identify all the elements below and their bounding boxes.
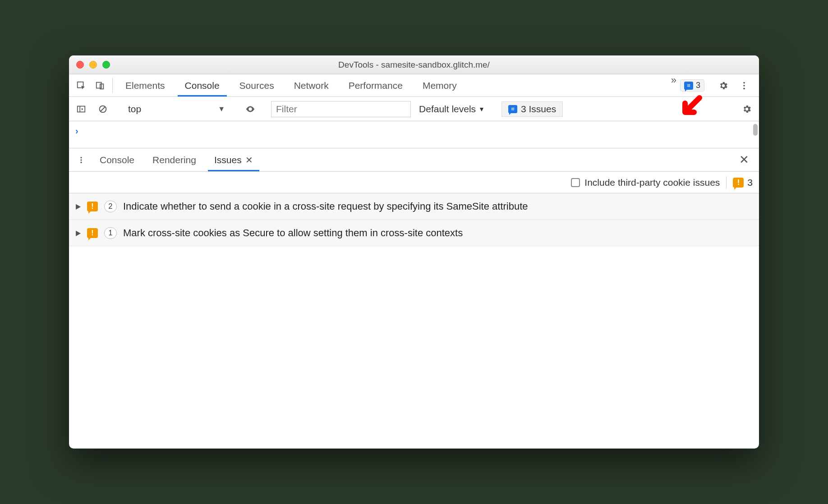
more-tabs-icon[interactable]: »	[667, 74, 680, 96]
chevron-down-icon: ▼	[478, 105, 485, 113]
console-toolbar: top ▼ Default levels ▼ ≡ 3 Issues	[69, 97, 759, 121]
svg-point-12	[80, 161, 82, 163]
warning-icon: !	[87, 202, 98, 211]
third-party-checkbox[interactable]: Include third-party cookie issues	[571, 177, 720, 188]
svg-rect-6	[78, 106, 85, 112]
levels-label: Default levels	[419, 104, 476, 115]
issue-count: 2	[104, 201, 117, 212]
issue-row[interactable]: ▶ ! 2 Indicate whether to send a cookie …	[69, 193, 759, 220]
warning-icon: !	[733, 178, 744, 188]
window-title: DevTools - samesite-sandbox.glitch.me/	[69, 60, 759, 70]
message-icon: ≡	[508, 105, 517, 113]
main-tabs: Elements Console Sources Network Perform…	[115, 74, 667, 96]
filter-input[interactable]	[271, 101, 411, 117]
titlebar: DevTools - samesite-sandbox.glitch.me/	[69, 55, 759, 74]
drawer-tabs: Console Rendering Issues ✕ ✕	[69, 148, 759, 172]
third-party-label: Include third-party cookie issues	[584, 177, 720, 188]
drawer-tab-issues[interactable]: Issues ✕	[205, 148, 262, 171]
separator	[112, 78, 113, 93]
drawer-tab-console[interactable]: Console	[91, 148, 143, 171]
issues-button[interactable]: ≡ 3 Issues	[501, 101, 563, 117]
svg-point-11	[80, 159, 82, 160]
expand-icon[interactable]: ▶	[76, 202, 81, 211]
expand-icon[interactable]: ▶	[76, 229, 81, 237]
settings-gear-icon[interactable]	[714, 81, 733, 91]
live-expression-icon[interactable]	[241, 104, 260, 114]
drawer-tab-rendering[interactable]: Rendering	[143, 148, 205, 171]
log-levels-select[interactable]: Default levels ▼	[414, 104, 490, 115]
chevron-down-icon: ▼	[218, 105, 225, 113]
main-tab-row: Elements Console Sources Network Perform…	[69, 74, 759, 97]
issue-text: Mark cross-site cookies as Secure to all…	[123, 226, 753, 240]
warning-icon: !	[87, 228, 98, 238]
message-icon: ≡	[684, 82, 693, 90]
console-settings-gear-icon[interactable]	[737, 104, 756, 114]
inspect-icon[interactable]	[72, 74, 91, 96]
drawer-kebab-icon[interactable]	[72, 148, 91, 171]
execution-context-select[interactable]: top ▼	[124, 104, 230, 115]
tab-console[interactable]: Console	[175, 74, 230, 96]
issues-indicator-count: 3	[696, 81, 700, 90]
separator	[726, 176, 727, 189]
issues-button-label: 3 Issues	[521, 104, 556, 115]
tab-sources[interactable]: Sources	[230, 74, 284, 96]
tabs-right: ≡ 3	[680, 74, 756, 96]
tab-network[interactable]: Network	[284, 74, 339, 96]
issues-indicator[interactable]: ≡ 3	[680, 79, 704, 92]
console-input-area[interactable]: ›	[69, 121, 759, 148]
prompt-icon: ›	[75, 126, 78, 136]
svg-point-3	[743, 82, 745, 83]
tab-elements[interactable]: Elements	[115, 74, 175, 96]
svg-point-10	[80, 157, 82, 158]
clear-console-icon[interactable]	[93, 104, 112, 114]
svg-point-4	[743, 85, 745, 87]
drawer-tab-issues-label: Issues	[214, 155, 242, 165]
svg-point-5	[743, 87, 745, 89]
context-label: top	[128, 104, 141, 115]
total-issues-count: 3	[747, 177, 753, 188]
checkbox-icon	[571, 178, 580, 187]
issue-row[interactable]: ▶ ! 1 Mark cross-site cookies as Secure …	[69, 220, 759, 247]
annotation-arrow-icon	[677, 93, 706, 122]
total-issues-badge: ! 3	[733, 177, 753, 188]
sidebar-toggle-icon[interactable]	[72, 104, 91, 114]
kebab-menu-icon[interactable]	[735, 81, 754, 91]
close-tab-icon[interactable]: ✕	[245, 155, 253, 165]
svg-rect-1	[97, 82, 101, 88]
issue-text: Indicate whether to send a cookie in a c…	[123, 200, 753, 213]
tab-performance[interactable]: Performance	[339, 74, 413, 96]
tab-memory[interactable]: Memory	[413, 74, 467, 96]
device-toggle-icon[interactable]	[91, 74, 110, 96]
issues-toolbar: Include third-party cookie issues ! 3	[69, 172, 759, 193]
svg-line-9	[101, 106, 106, 111]
drawer-close-icon[interactable]: ✕	[732, 148, 756, 171]
issue-count: 1	[104, 227, 117, 239]
devtools-window: DevTools - samesite-sandbox.glitch.me/ E…	[69, 55, 759, 449]
scrollbar-thumb[interactable]	[753, 124, 758, 136]
